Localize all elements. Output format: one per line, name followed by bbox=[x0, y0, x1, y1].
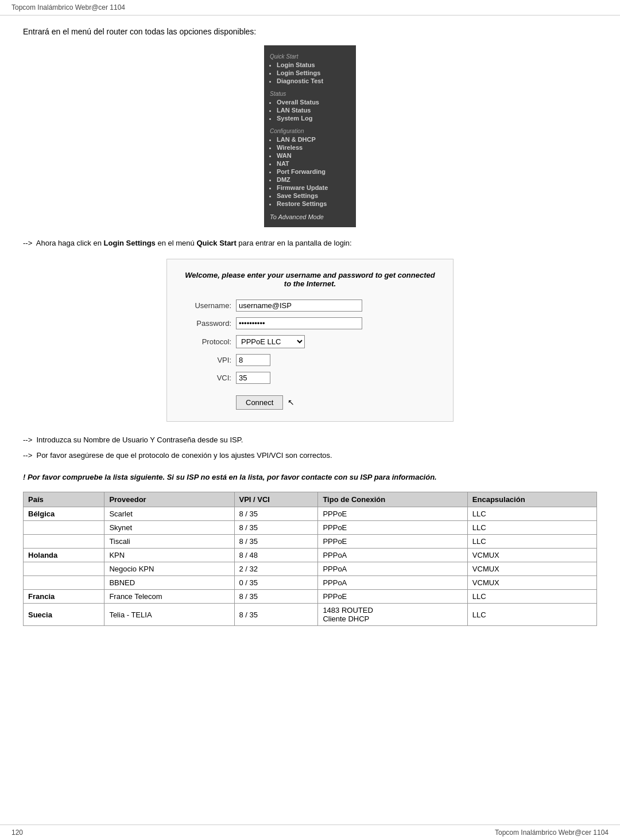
cell-vpi-vci: 8 / 48 bbox=[234, 549, 318, 562]
cell-provider: Negocio KPN bbox=[104, 562, 234, 576]
cell-connection: PPPoE bbox=[318, 590, 467, 604]
instruction-bold2: Quick Start bbox=[196, 239, 236, 247]
table-header-row: País Proveedor VPI / VCI Tipo de Conexió… bbox=[24, 492, 597, 507]
col-pais: País bbox=[24, 492, 104, 507]
password-input[interactable] bbox=[236, 317, 362, 329]
cell-vpi-vci: 8 / 35 bbox=[234, 590, 318, 604]
menu-item-nat: NAT bbox=[277, 160, 356, 168]
cell-country bbox=[24, 576, 104, 590]
cell-country: Francia bbox=[24, 590, 104, 604]
login-box-wrapper: Welcome, please enter your username and … bbox=[23, 259, 597, 422]
cell-encapsulation: VCMUX bbox=[467, 549, 596, 562]
protocol-row: Protocol: PPPoE LLC PPPoA VCMUX 1483 Rou… bbox=[184, 335, 436, 348]
cell-provider: Scarlet bbox=[104, 507, 234, 521]
vpi-label: VPI: bbox=[184, 356, 236, 364]
menu-item-dmz: DMZ bbox=[277, 176, 356, 184]
menu-item-save-settings: Save Settings bbox=[277, 192, 356, 200]
col-vpi-vci: VPI / VCI bbox=[234, 492, 318, 507]
protocol-label: Protocol: bbox=[184, 337, 236, 346]
menu-section-quickstart: Quick Start bbox=[264, 50, 356, 61]
cell-encapsulation: LLC bbox=[467, 590, 596, 604]
table-row: FranciaFrance Telecom8 / 35PPPoELLC bbox=[24, 590, 597, 604]
menu-item-firmware: Firmware Update bbox=[277, 184, 356, 192]
cell-connection: PPPoA bbox=[318, 549, 467, 562]
welcome-text: Welcome, please enter your username and … bbox=[184, 271, 436, 288]
cell-vpi-vci: 8 / 35 bbox=[234, 507, 318, 521]
table-row: HolandaKPN8 / 48PPPoAVCMUX bbox=[24, 549, 597, 562]
cell-encapsulation: VCMUX bbox=[467, 576, 596, 590]
instruction-item-1: --> Introduzca su Nombre de Usuario Y Co… bbox=[23, 433, 597, 446]
instructions-list: --> Introduzca su Nombre de Usuario Y Co… bbox=[23, 433, 597, 462]
cell-provider: France Telecom bbox=[104, 590, 234, 604]
main-content: Entrará en el menú del router con todas … bbox=[0, 15, 620, 660]
menu-item-overall-status: Overall Status bbox=[277, 98, 356, 106]
username-input[interactable] bbox=[236, 300, 362, 312]
cell-provider: Tiscali bbox=[104, 535, 234, 549]
menu-section-config: Configuration bbox=[264, 125, 356, 135]
header-title: Topcom Inalámbrico Webr@cer 1104 bbox=[11, 3, 125, 11]
table-row: BBNED0 / 35PPPoAVCMUX bbox=[24, 576, 597, 590]
menu-item-diagnostic: Diagnostic Test bbox=[277, 77, 356, 85]
vpi-input[interactable] bbox=[236, 354, 270, 366]
cell-encapsulation: LLC bbox=[467, 521, 596, 535]
cell-vpi-vci: 8 / 35 bbox=[234, 535, 318, 549]
cell-country bbox=[24, 535, 104, 549]
vci-input[interactable] bbox=[236, 372, 270, 384]
cell-encapsulation: LLC bbox=[467, 535, 596, 549]
instruction-arrow: --> bbox=[23, 239, 32, 247]
router-menu: Quick Start Login Status Login Settings … bbox=[264, 45, 356, 227]
cell-provider: Telia - TELIA bbox=[104, 604, 234, 626]
warning-text: ! Por favor compruebe la lista siguiente… bbox=[23, 472, 597, 483]
table-row: Tiscali8 / 35PPPoELLC bbox=[24, 535, 597, 549]
table-row: BélgicaScarlet8 / 35PPPoELLC bbox=[24, 507, 597, 521]
cell-vpi-vci: 0 / 35 bbox=[234, 576, 318, 590]
page-footer: 120 Topcom Inalámbrico Webr@cer 1104 bbox=[0, 825, 620, 840]
menu-status-list: Overall Status LAN Status System Log bbox=[264, 98, 356, 122]
menu-item-restore-settings: Restore Settings bbox=[277, 200, 356, 208]
cell-country bbox=[24, 562, 104, 576]
menu-item-port-forwarding: Port Forwarding bbox=[277, 168, 356, 176]
cell-connection: PPPoA bbox=[318, 562, 467, 576]
cell-encapsulation: LLC bbox=[467, 604, 596, 626]
login-instruction: --> Ahora haga click en Login Settings e… bbox=[23, 239, 597, 247]
cell-connection: PPPoA bbox=[318, 576, 467, 590]
protocol-select[interactable]: PPPoE LLC PPPoA VCMUX 1483 Routed 1483 B… bbox=[236, 335, 305, 348]
menu-item-lan-status: LAN Status bbox=[277, 106, 356, 114]
menu-item-wan: WAN bbox=[277, 151, 356, 160]
menu-item-lan-dhcp: LAN & DHCP bbox=[277, 135, 356, 143]
menu-advanced-link[interactable]: To Advanced Mode bbox=[264, 210, 356, 223]
intro-text: Entrará en el menú del router con todas … bbox=[23, 27, 597, 36]
cell-provider: KPN bbox=[104, 549, 234, 562]
menu-item-login-status: Login Status bbox=[277, 61, 356, 69]
username-label: Username: bbox=[184, 301, 236, 310]
password-label: Password: bbox=[184, 319, 236, 328]
page-header: Topcom Inalámbrico Webr@cer 1104 bbox=[0, 0, 620, 15]
col-connection: Tipo de Conexión bbox=[318, 492, 467, 507]
table-row: Negocio KPN2 / 32PPPoAVCMUX bbox=[24, 562, 597, 576]
cell-connection: PPPoE bbox=[318, 535, 467, 549]
login-box: Welcome, please enter your username and … bbox=[166, 259, 454, 422]
instruction-item-2: --> Por favor asegúrese de que el protoc… bbox=[23, 449, 597, 462]
table-row: SueciaTelia - TELIA8 / 351483 ROUTEDClie… bbox=[24, 604, 597, 626]
menu-config-list: LAN & DHCP Wireless WAN NAT Port Forward… bbox=[264, 135, 356, 208]
vci-label: VCI: bbox=[184, 374, 236, 382]
table-row: Skynet8 / 35PPPoELLC bbox=[24, 521, 597, 535]
menu-item-system-log: System Log bbox=[277, 114, 356, 122]
footer-title: Topcom Inalámbrico Webr@cer 1104 bbox=[495, 829, 609, 837]
username-row: Username: bbox=[184, 300, 436, 312]
cell-connection: 1483 ROUTEDCliente DHCP bbox=[318, 604, 467, 626]
cell-encapsulation: VCMUX bbox=[467, 562, 596, 576]
instruction-bold1: Login Settings bbox=[104, 239, 156, 247]
cell-encapsulation: LLC bbox=[467, 507, 596, 521]
menu-section-status: Status bbox=[264, 87, 356, 98]
col-encapsulation: Encapsulación bbox=[467, 492, 596, 507]
cell-provider: BBNED bbox=[104, 576, 234, 590]
menu-item-wireless: Wireless bbox=[277, 143, 356, 151]
protocol-select-wrapper: PPPoE LLC PPPoA VCMUX 1483 Routed 1483 B… bbox=[236, 335, 305, 348]
connect-button[interactable]: Connect bbox=[236, 395, 283, 410]
cell-country: Bélgica bbox=[24, 507, 104, 521]
menu-quickstart-list: Login Status Login Settings Diagnostic T… bbox=[264, 61, 356, 85]
cell-provider: Skynet bbox=[104, 521, 234, 535]
cursor-icon: ↖ bbox=[288, 398, 294, 407]
footer-page-number: 120 bbox=[11, 829, 23, 837]
